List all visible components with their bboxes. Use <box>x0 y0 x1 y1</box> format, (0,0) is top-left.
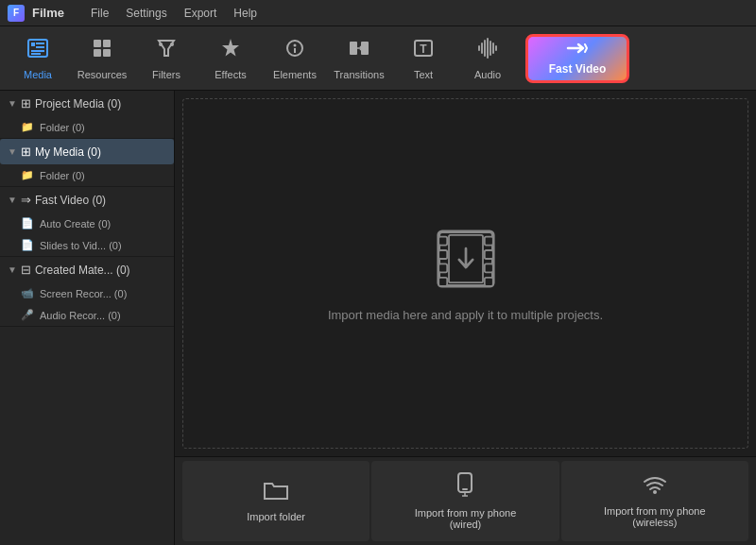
sidebar-item-audio-recor[interactable]: 🎤 Audio Recor... (0) <box>0 304 174 326</box>
svg-rect-25 <box>484 264 492 272</box>
title-bar: F Filme File Settings Export Help <box>0 0 756 26</box>
document-icon: 📄 <box>21 239 34 251</box>
toolbar-elements[interactable]: Elements <box>265 31 325 86</box>
sidebar: ▼ ⊞ Project Media (0) 📁 Folder (0) ▼ ⊞ M… <box>0 91 175 545</box>
sidebar-item-folder-mm[interactable]: 📁 Folder (0) <box>0 164 174 186</box>
transitions-icon <box>348 37 370 65</box>
sidebar-item-auto-create[interactable]: 📄 Auto Create (0) <box>0 213 174 234</box>
resources-icon <box>91 37 113 65</box>
film-strip-icon <box>432 225 500 293</box>
svg-rect-7 <box>103 40 111 47</box>
svg-rect-14 <box>350 42 357 55</box>
menu-settings[interactable]: Settings <box>118 5 174 22</box>
filters-icon <box>155 37 178 65</box>
svg-rect-9 <box>103 49 111 57</box>
main-area: ▼ ⊞ Project Media (0) 📁 Folder (0) ▼ ⊞ M… <box>0 91 756 545</box>
elements-icon <box>284 37 306 65</box>
folder-icon: 📁 <box>21 169 34 181</box>
svg-point-30 <box>653 490 657 494</box>
svg-rect-8 <box>94 49 101 57</box>
svg-text:T: T <box>420 43 427 56</box>
toolbar-transitions[interactable]: Transitions <box>329 31 389 86</box>
toolbar-text[interactable]: T Text <box>393 31 454 86</box>
menu-bar: File Settings Export Help <box>83 5 265 22</box>
toolbar-filters[interactable]: Filters <box>136 31 197 86</box>
svg-rect-6 <box>94 40 101 47</box>
svg-rect-1 <box>31 43 35 46</box>
wifi-icon <box>643 474 667 500</box>
chevron-down-icon: ▼ <box>8 146 17 157</box>
folder-icon: 📁 <box>21 121 34 133</box>
sidebar-item-screen-recor[interactable]: 📹 Screen Recor... (0) <box>0 282 174 304</box>
phone-wired-icon <box>455 472 475 502</box>
content-area: Import media here and apply it to multip… <box>175 91 756 545</box>
fast-video-icon <box>566 41 589 60</box>
svg-rect-26 <box>484 278 492 286</box>
fast-video-button[interactable]: Fast Video <box>525 34 629 83</box>
sidebar-header-created-mate[interactable]: ▼ ⊟ Created Mate... (0) <box>0 257 174 282</box>
media-icon <box>26 37 49 65</box>
chevron-down-icon: ▼ <box>8 195 17 205</box>
svg-rect-24 <box>484 250 492 259</box>
svg-point-11 <box>170 43 174 46</box>
media-drop-zone[interactable]: Import media here and apply it to multip… <box>182 98 748 449</box>
sidebar-section-project-media: ▼ ⊞ Project Media (0) 📁 Folder (0) <box>0 91 174 139</box>
menu-help[interactable]: Help <box>226 5 265 22</box>
svg-point-10 <box>159 43 163 46</box>
app-name: Filme <box>32 6 64 20</box>
import-folder-button[interactable]: Import folder <box>182 461 369 541</box>
document-icon: 📄 <box>21 217 34 230</box>
toolbar-effects[interactable]: Effects <box>200 31 261 86</box>
svg-rect-19 <box>438 237 447 246</box>
audio-icon <box>476 37 499 65</box>
sidebar-item-slides-to-vid[interactable]: 📄 Slides to Vid... (0) <box>0 234 174 256</box>
app-logo: F <box>8 5 25 22</box>
import-wireless-button[interactable]: Import from my phone (wireless) <box>561 461 748 541</box>
sidebar-section-created-mate: ▼ ⊟ Created Mate... (0) 📹 Screen Recor..… <box>0 257 174 327</box>
svg-rect-29 <box>462 488 468 490</box>
chevron-down-icon: ▼ <box>8 264 17 275</box>
sidebar-section-my-media: ▼ ⊞ My Media (0) 📁 Folder (0) <box>0 139 174 187</box>
toolbar-resources[interactable]: Resources <box>72 31 132 86</box>
svg-rect-2 <box>36 43 44 44</box>
toolbar-media[interactable]: Media <box>8 31 68 86</box>
svg-rect-20 <box>438 250 447 259</box>
fast-video-sidebar-icon: ⇒ <box>21 193 31 207</box>
camera-icon: 📹 <box>21 287 34 299</box>
microphone-icon: 🎤 <box>21 309 34 321</box>
toolbar-audio[interactable]: Audio <box>457 31 518 86</box>
svg-rect-21 <box>438 264 447 272</box>
folder-import-icon <box>263 480 289 505</box>
menu-export[interactable]: Export <box>177 5 225 22</box>
menu-file[interactable]: File <box>83 5 116 22</box>
svg-rect-23 <box>484 237 492 246</box>
grid-icon: ⊞ <box>21 96 31 111</box>
import-bar: Import folder Import from my phone (wire… <box>175 456 756 545</box>
sidebar-item-folder-pm[interactable]: 📁 Folder (0) <box>0 116 174 138</box>
sidebar-header-my-media[interactable]: ▼ ⊞ My Media (0) <box>0 139 174 164</box>
effects-icon <box>219 37 242 65</box>
created-mate-icon: ⊟ <box>21 263 31 277</box>
media-hint-text: Import media here and apply it to multip… <box>328 308 603 322</box>
svg-rect-3 <box>36 46 44 48</box>
text-icon: T <box>412 37 435 65</box>
chevron-down-icon: ▼ <box>8 98 17 109</box>
grid-icon: ⊞ <box>21 145 31 159</box>
svg-rect-22 <box>438 278 447 286</box>
import-wired-button[interactable]: Import from my phone (wired) <box>371 461 558 541</box>
svg-rect-4 <box>31 50 44 52</box>
toolbar: Media Resources Filters <box>0 26 756 91</box>
svg-rect-5 <box>31 53 41 55</box>
svg-point-13 <box>294 43 297 46</box>
sidebar-section-fast-video: ▼ ⇒ Fast Video (0) 📄 Auto Create (0) 📄 S… <box>0 187 174 257</box>
sidebar-header-fast-video[interactable]: ▼ ⇒ Fast Video (0) <box>0 187 174 213</box>
sidebar-header-project-media[interactable]: ▼ ⊞ Project Media (0) <box>0 91 174 116</box>
